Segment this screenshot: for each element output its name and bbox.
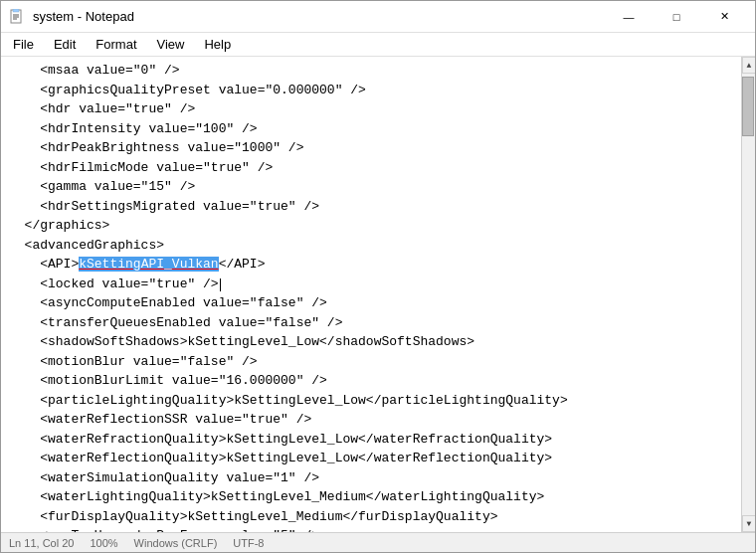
title-bar-left: system - Notepad <box>9 9 134 25</box>
selected-text: kSettingAPI_Vulkan <box>79 257 218 272</box>
status-zoom: 100% <box>90 537 117 549</box>
minimize-button[interactable]: — <box>606 1 652 33</box>
menu-help[interactable]: Help <box>196 35 239 54</box>
title-bar-controls: — □ ✕ <box>606 1 747 33</box>
menu-file[interactable]: File <box>5 35 42 54</box>
status-encoding: Windows (CRLF) <box>134 537 218 549</box>
text-editor[interactable]: <msaa value="0" /> <graphicsQualityPrese… <box>1 57 741 532</box>
notepad-icon <box>9 9 25 25</box>
scroll-thumb[interactable] <box>742 77 754 136</box>
vertical-scrollbar[interactable]: ▲ ▼ <box>741 57 755 532</box>
window-title: system - Notepad <box>33 9 134 24</box>
status-bar: Ln 11, Col 20 100% Windows (CRLF) UTF-8 <box>1 532 755 552</box>
maximize-button[interactable]: □ <box>654 1 699 33</box>
title-bar: system - Notepad — □ ✕ <box>1 1 755 33</box>
text-cursor <box>220 278 221 291</box>
status-ln: Ln 11, Col 20 <box>9 537 74 549</box>
content-area: <msaa value="0" /> <graphicsQualityPrese… <box>1 57 755 532</box>
scroll-up-arrow[interactable]: ▲ <box>742 57 755 74</box>
menu-view[interactable]: View <box>149 35 193 54</box>
notepad-window: system - Notepad — □ ✕ File Edit Format … <box>0 0 756 553</box>
menu-format[interactable]: Format <box>88 35 144 54</box>
menu-bar: File Edit Format View Help <box>1 33 755 57</box>
close-button[interactable]: ✕ <box>701 1 747 33</box>
menu-edit[interactable]: Edit <box>46 35 84 54</box>
status-charset: UTF-8 <box>233 537 264 549</box>
scroll-down-arrow[interactable]: ▼ <box>742 515 755 532</box>
svg-rect-1 <box>13 9 19 12</box>
